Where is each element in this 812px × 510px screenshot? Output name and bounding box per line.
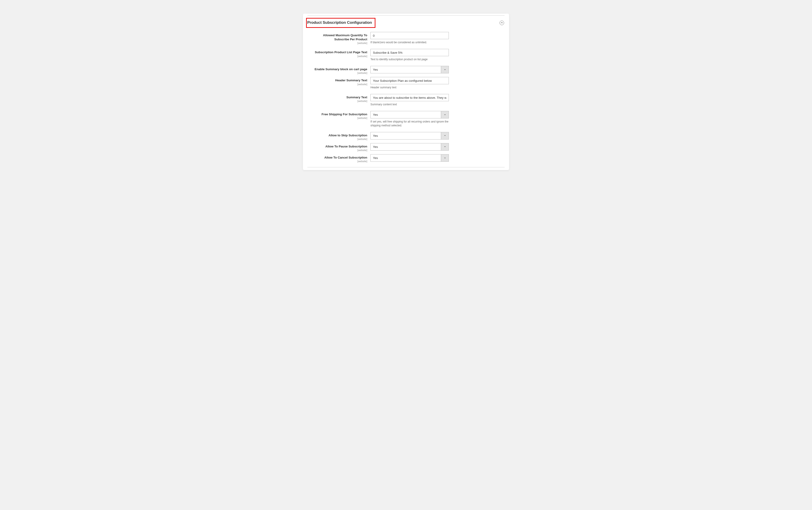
free-shipping-select[interactable]: Yes	[371, 111, 449, 118]
select-arrow	[441, 111, 448, 118]
field-label: Subscription Product List Page Text	[308, 50, 367, 54]
field-scope: [website]	[308, 138, 367, 141]
section-title: Product Subscription Configuration	[307, 20, 372, 25]
field-list-text: Subscription Product List Page Text [web…	[308, 49, 504, 61]
field-scope: [website]	[308, 149, 367, 151]
select-value: Yes	[371, 111, 441, 118]
input-col: Yes	[371, 154, 449, 162]
select-arrow	[441, 66, 448, 73]
field-label: Free Shipping For Subscription	[308, 112, 367, 116]
field-scope: [website]	[308, 83, 367, 86]
caret-down-icon	[444, 146, 446, 148]
label-col: Allow to Skip Subscription [website]	[308, 132, 371, 141]
field-label: Enable Summary block on cart page	[308, 67, 367, 71]
select-value: Yes	[371, 143, 441, 150]
field-summary-text: Summary Text [website] Summary content t…	[308, 94, 504, 107]
select-value: Yes	[371, 66, 441, 73]
field-scope: [website]	[308, 71, 367, 74]
input-col: Yes If set yes, will free shipping for a…	[371, 111, 449, 127]
label-col: Subscription Product List Page Text [web…	[308, 49, 371, 57]
field-label: Allow To Pause Subscription	[308, 145, 367, 149]
input-col: If blank/zero would be considered as unl…	[371, 32, 449, 44]
help-text: Summary content text	[371, 102, 449, 107]
summary-text-input[interactable]	[371, 94, 449, 101]
input-col: Summary content text	[371, 94, 449, 107]
input-col: Header summary text	[371, 77, 449, 89]
input-col: Yes	[371, 143, 449, 151]
label-col: Free Shipping For Subscription [website]	[308, 111, 371, 119]
select-value: Yes	[371, 132, 441, 139]
label-col: Enable Summary block on cart page [websi…	[308, 66, 371, 74]
header-summary-input[interactable]	[371, 77, 449, 84]
collapse-toggle[interactable]	[499, 21, 504, 25]
chevron-up-icon	[501, 22, 503, 24]
input-col: Yes	[371, 132, 449, 140]
help-text: Text to identify subscription product on…	[371, 58, 449, 61]
select-arrow	[441, 154, 448, 161]
label-col: Summary Text [website]	[308, 94, 371, 102]
allow-cancel-select[interactable]: Yes	[371, 154, 449, 162]
field-allow-skip: Allow to Skip Subscription [website] Yes	[308, 132, 504, 141]
list-text-input[interactable]	[371, 49, 449, 56]
allow-skip-select[interactable]: Yes	[371, 132, 449, 140]
label-col: Allow To Cancel Subscription [website]	[308, 154, 371, 162]
config-panel: Product Subscription Configuration Allow…	[303, 13, 509, 170]
help-text: If set yes, will free shipping for all r…	[371, 120, 449, 127]
field-enable-summary: Enable Summary block on cart page [websi…	[308, 66, 504, 74]
field-label: Allow To Cancel Subscription	[308, 156, 367, 160]
select-value: Yes	[371, 154, 441, 161]
field-scope: [website]	[308, 117, 367, 119]
field-max-qty: Allowed Maximum Quantity To Subscribe Pe…	[308, 32, 504, 44]
allow-pause-select[interactable]: Yes	[371, 143, 449, 151]
max-qty-input[interactable]	[371, 32, 449, 39]
field-label: Allowed Maximum Quantity To Subscribe Pe…	[308, 33, 367, 41]
enable-summary-select[interactable]: Yes	[371, 66, 449, 73]
field-scope: [website]	[308, 100, 367, 102]
label-col: Allowed Maximum Quantity To Subscribe Pe…	[308, 32, 371, 44]
caret-down-icon	[444, 114, 446, 116]
label-col: Allow To Pause Subscription [website]	[308, 143, 371, 151]
field-allow-pause: Allow To Pause Subscription [website] Ye…	[308, 143, 504, 151]
field-scope: [website]	[308, 160, 367, 162]
field-scope: [website]	[308, 55, 367, 58]
field-scope: [website]	[308, 42, 367, 44]
section-header: Product Subscription Configuration	[308, 17, 504, 32]
help-text: Header summary text	[371, 86, 449, 89]
select-arrow	[441, 132, 448, 139]
input-col: Yes	[371, 66, 449, 73]
field-label: Summary Text	[308, 95, 367, 99]
input-col: Text to identify subscription product on…	[371, 49, 449, 61]
field-label: Allow to Skip Subscription	[308, 133, 367, 138]
help-text: If blank/zero would be considered as unl…	[371, 40, 449, 44]
field-header-summary: Header Summary Text [website] Header sum…	[308, 77, 504, 89]
caret-down-icon	[444, 69, 446, 71]
field-label: Header Summary Text	[308, 78, 367, 83]
field-free-shipping: Free Shipping For Subscription [website]…	[308, 111, 504, 127]
section-title-highlight: Product Subscription Configuration	[306, 18, 375, 28]
label-col: Header Summary Text [website]	[308, 77, 371, 85]
select-arrow	[441, 143, 448, 150]
caret-down-icon	[444, 135, 446, 137]
field-allow-cancel: Allow To Cancel Subscription [website] Y…	[308, 154, 504, 162]
caret-down-icon	[444, 157, 446, 159]
